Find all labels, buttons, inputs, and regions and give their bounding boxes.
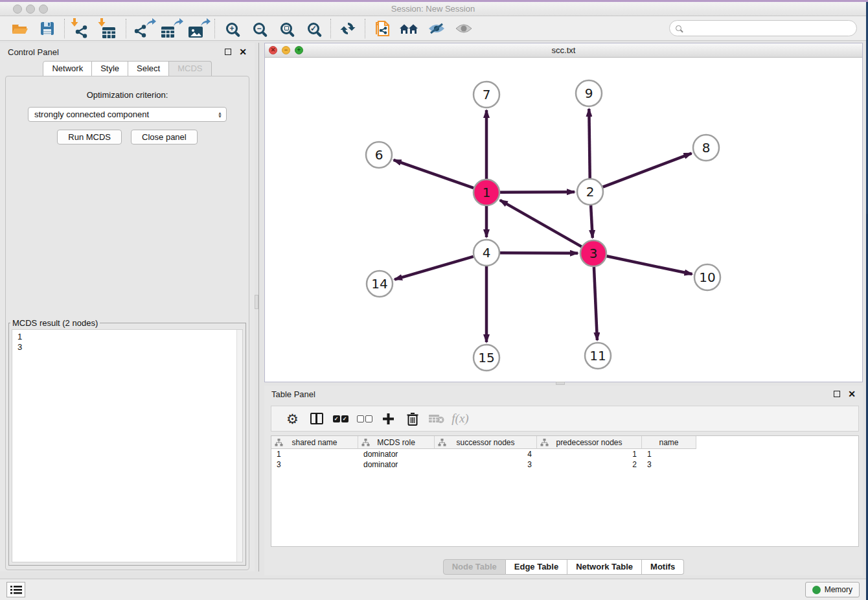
table-cell: dominator	[358, 449, 435, 459]
share-network-icon	[134, 25, 147, 38]
refresh-button[interactable]	[334, 17, 361, 40]
memory-button[interactable]: Memory	[805, 582, 860, 597]
edge-3-10[interactable]	[607, 256, 692, 274]
run-mcds-button[interactable]: Run MCDS	[57, 130, 122, 144]
tab-mcds[interactable]: MCDS	[169, 61, 211, 76]
table-panel-header: Table Panel ✕	[264, 386, 863, 402]
export-table-button[interactable]	[157, 17, 184, 40]
column-header-predecessor-nodes[interactable]: predecessor nodes	[537, 436, 642, 449]
select-all-button[interactable]: ✓ ✓	[328, 408, 352, 429]
table-panel: Table Panel ✕ ⚙ ✓ ✓ f(x)	[264, 386, 863, 575]
import-table-button[interactable]	[95, 17, 122, 40]
deselect-all-button[interactable]	[352, 408, 376, 429]
tab-style[interactable]: Style	[92, 61, 128, 76]
edge-1-6[interactable]	[394, 160, 474, 188]
table-toolbar: ⚙ ✓ ✓ f(x)	[271, 406, 859, 432]
node-table: shared name MCDS role successor nodes pr…	[271, 435, 859, 547]
criterion-dropdown[interactable]: strongly connected component ▲▼	[28, 107, 227, 122]
column-header-mcds-role[interactable]: MCDS role	[358, 436, 435, 449]
edge-2-3[interactable]	[591, 205, 593, 238]
column-header-shared-name[interactable]: shared name	[271, 436, 358, 449]
search-field[interactable]	[669, 20, 857, 36]
toolbar-separator	[214, 19, 215, 38]
network-minimize-button[interactable]: −	[282, 46, 290, 54]
float-panel-icon[interactable]	[834, 391, 840, 397]
network-window-titlebar[interactable]: ✕ − + scc.txt	[265, 43, 862, 58]
hierarchy-icon	[438, 439, 446, 446]
dropdown-stepper-icon: ▲▼	[218, 111, 222, 118]
table-panel-title: Table Panel	[271, 389, 834, 399]
split-view-icon	[310, 413, 323, 424]
table-row[interactable]: 3dominator323	[271, 459, 858, 470]
tab-node-table[interactable]: Node Table	[443, 559, 506, 575]
toolbar-separator	[126, 19, 126, 38]
edge-4-3[interactable]	[500, 253, 578, 253]
table-row[interactable]: 1dominator411	[271, 449, 858, 459]
network-maximize-button[interactable]: +	[295, 46, 303, 54]
close-panel-icon[interactable]: ✕	[848, 389, 856, 398]
zoom-fit-button[interactable]	[273, 17, 300, 40]
export-network-button[interactable]	[130, 17, 157, 40]
mcds-result-text: 1 3	[12, 330, 236, 562]
window-title: Session: New Session	[391, 4, 475, 14]
delete-column-button[interactable]	[400, 408, 424, 429]
zoom-in-icon: +	[226, 23, 238, 34]
network-view-window: ✕ − + scc.txt 7968124314101511	[264, 43, 863, 382]
graph-node-label-2: 2	[586, 184, 595, 200]
edge-4-14[interactable]	[394, 257, 474, 279]
graph-node-label-7: 7	[483, 87, 491, 102]
unchecked-box-icon	[365, 415, 372, 422]
close-panel-button[interactable]: Close panel	[131, 130, 198, 144]
column-header-successor-nodes[interactable]: successor nodes	[435, 436, 537, 449]
column-header-name[interactable]: name	[642, 436, 696, 449]
edge-3-11[interactable]	[594, 267, 597, 340]
hide-selected-button[interactable]	[423, 17, 450, 40]
trash-icon	[407, 412, 418, 426]
network-graph-canvas[interactable]: 7968124314101511	[265, 58, 862, 382]
window-minimize-button[interactable]	[26, 5, 35, 14]
add-column-button[interactable]	[376, 408, 400, 429]
import-network-button[interactable]	[68, 17, 95, 40]
table-settings-button[interactable]: ⚙	[280, 408, 304, 429]
edge-2-9[interactable]	[589, 109, 589, 178]
zoom-out-button[interactable]: −	[246, 17, 273, 40]
new-network-from-selection-button[interactable]	[369, 17, 396, 40]
vertical-splitter[interactable]	[258, 43, 259, 571]
mcds-result-box: 1 3	[12, 329, 243, 562]
tab-network[interactable]: Network	[43, 61, 92, 76]
zoom-selected-button[interactable]: ✓	[300, 17, 327, 40]
export-image-button[interactable]	[184, 17, 211, 40]
float-panel-icon[interactable]	[225, 49, 231, 55]
optimization-criterion-label: Optimization criterion:	[6, 90, 249, 100]
close-panel-icon[interactable]: ✕	[239, 47, 247, 56]
window-zoom-button[interactable]	[39, 5, 48, 14]
show-all-button[interactable]	[450, 17, 477, 40]
edge-1-2[interactable]	[500, 192, 575, 192]
tab-motifs[interactable]: Motifs	[642, 559, 684, 575]
toolbar-separator	[330, 19, 331, 38]
table-icon	[161, 27, 174, 38]
hierarchy-icon	[275, 439, 283, 446]
window-close-button[interactable]	[13, 5, 22, 14]
open-session-button[interactable]	[6, 17, 34, 40]
result-scrollbar[interactable]	[236, 330, 242, 562]
checked-box-icon: ✓	[333, 415, 340, 422]
save-session-button[interactable]	[34, 17, 61, 40]
network-close-button[interactable]: ✕	[269, 46, 277, 54]
desktop-edge-top	[0, 0, 868, 2]
show-task-history-button[interactable]	[6, 582, 25, 597]
home-button[interactable]	[396, 17, 423, 40]
hierarchy-icon	[540, 439, 549, 446]
search-input[interactable]	[681, 22, 856, 35]
vertical-splitter-handle[interactable]	[255, 295, 258, 309]
table-cell: 1	[642, 449, 696, 459]
split-view-button[interactable]	[304, 408, 328, 429]
tab-network-table[interactable]: Network Table	[567, 559, 642, 575]
edge-2-8[interactable]	[603, 154, 692, 187]
tab-select[interactable]: Select	[128, 61, 169, 76]
zoom-in-button[interactable]: +	[218, 17, 246, 40]
table-cell: 2	[537, 459, 642, 470]
tab-edge-table[interactable]: Edge Table	[506, 559, 567, 575]
edge-3-1[interactable]	[500, 200, 582, 247]
horizontal-splitter-handle[interactable]	[556, 382, 565, 385]
